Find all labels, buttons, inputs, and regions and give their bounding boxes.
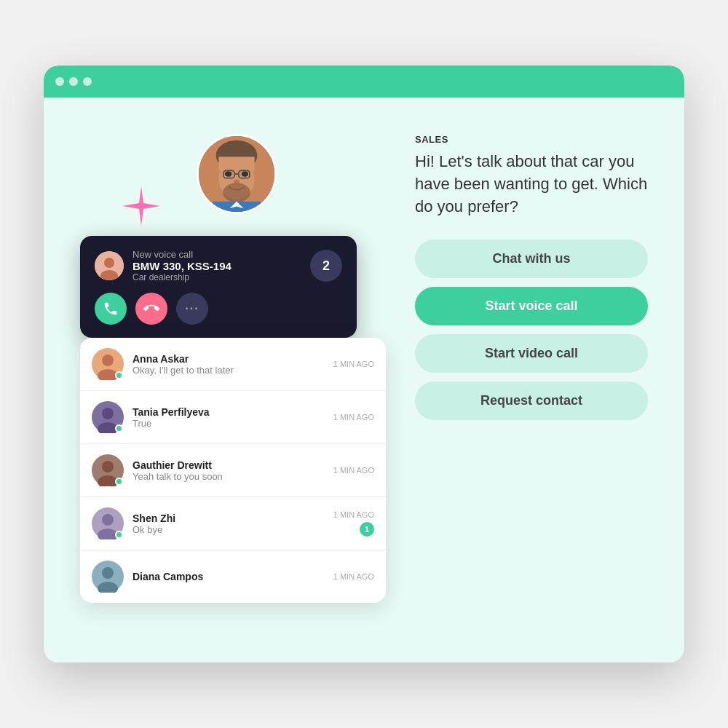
call-contact-avatar xyxy=(95,251,124,280)
traffic-light-fullscreen[interactable] xyxy=(83,77,92,86)
chat-preview: Ok bye xyxy=(132,524,325,535)
online-indicator xyxy=(115,424,123,432)
chat-body: Diana Campos xyxy=(132,571,325,582)
chat-meta: 1 MIN AGO 1 xyxy=(333,510,374,537)
chat-contact-name: Shen Zhi xyxy=(132,513,325,524)
chat-list-item[interactable]: Shen Zhi Ok bye 1 MIN AGO 1 xyxy=(80,497,386,550)
star-decoration xyxy=(120,185,162,230)
chat-body: Shen Zhi Ok bye xyxy=(132,513,325,535)
decline-call-button[interactable] xyxy=(135,293,167,325)
svg-point-17 xyxy=(102,355,114,366)
chat-time: 1 MIN AGO xyxy=(333,360,374,368)
call-title: New voice call xyxy=(132,249,301,260)
svg-point-14 xyxy=(104,258,114,268)
online-indicator xyxy=(115,478,123,486)
call-info: New voice call BMW 330, KSS-194 Car deal… xyxy=(132,249,301,282)
browser-window: New voice call BMW 330, KSS-194 Car deal… xyxy=(44,66,684,662)
chat-list-item[interactable]: Gauthier Drewitt Yeah talk to you soon 1… xyxy=(80,444,386,497)
chat-preview: Yeah talk to you soon xyxy=(132,471,325,482)
chat-body: Anna Askar Okay, I'll get to that later xyxy=(132,353,325,376)
right-panel: SALES Hi! Let's talk about that car you … xyxy=(415,127,648,633)
chat-meta: 1 MIN AGO xyxy=(333,466,374,475)
svg-point-10 xyxy=(223,183,250,202)
chat-list-item[interactable]: Tania Perfilyeva True 1 MIN AGO xyxy=(80,391,386,444)
svg-point-20 xyxy=(102,408,114,419)
chat-list: Anna Askar Okay, I'll get to that later … xyxy=(80,338,386,603)
chat-avatar xyxy=(92,561,124,593)
action-button-contact[interactable]: Request contact xyxy=(415,381,648,420)
action-button-video[interactable]: Start video call xyxy=(415,334,648,373)
left-panel: New voice call BMW 330, KSS-194 Car deal… xyxy=(80,127,386,633)
chat-time: 1 MIN AGO xyxy=(333,466,374,475)
action-buttons: Chat with usStart voice callStart video … xyxy=(415,240,648,429)
sales-message: Hi! Let's talk about that car you have b… xyxy=(415,151,648,218)
sales-label: SALES xyxy=(415,134,648,145)
chat-time: 1 MIN AGO xyxy=(333,572,374,581)
more-call-options-button[interactable]: ··· xyxy=(176,293,208,325)
action-button-voice[interactable]: Start voice call xyxy=(415,287,648,325)
chat-body: Tania Perfilyeva True xyxy=(132,406,325,429)
svg-point-5 xyxy=(242,171,248,177)
chat-meta: 1 MIN AGO xyxy=(333,360,374,368)
chat-avatar-wrap xyxy=(92,401,124,433)
traffic-lights xyxy=(55,77,92,86)
call-name: BMW 330, KSS-194 xyxy=(132,260,301,272)
accept-call-button[interactable] xyxy=(95,293,127,325)
chat-list-item[interactable]: Anna Askar Okay, I'll get to that later … xyxy=(80,338,386,391)
chat-meta: 1 MIN AGO xyxy=(333,413,374,422)
chat-meta: 1 MIN AGO xyxy=(333,572,374,581)
svg-point-29 xyxy=(102,567,114,579)
browser-content: New voice call BMW 330, KSS-194 Car deal… xyxy=(44,98,684,662)
chat-preview: True xyxy=(132,418,325,429)
action-button-chat[interactable]: Chat with us xyxy=(415,240,648,278)
chat-preview: Okay, I'll get to that later xyxy=(132,365,325,376)
chat-avatar-wrap xyxy=(92,507,124,539)
chat-avatar-wrap xyxy=(92,348,124,380)
svg-point-4 xyxy=(225,171,232,177)
chat-contact-name: Tania Perfilyeva xyxy=(132,406,325,418)
chat-contact-name: Anna Askar xyxy=(132,353,325,365)
chat-avatar-wrap xyxy=(92,454,124,486)
svg-point-23 xyxy=(102,461,114,472)
call-card: New voice call BMW 330, KSS-194 Car deal… xyxy=(80,236,357,338)
svg-point-26 xyxy=(102,514,114,526)
call-header: New voice call BMW 330, KSS-194 Car deal… xyxy=(95,249,342,282)
chat-avatar-wrap xyxy=(92,561,124,593)
call-queue-badge: 2 xyxy=(310,250,342,282)
chat-time: 1 MIN AGO xyxy=(333,413,374,422)
online-indicator xyxy=(115,531,123,539)
chat-contact-name: Gauthier Drewitt xyxy=(132,459,325,471)
traffic-light-close[interactable] xyxy=(55,77,64,86)
browser-titlebar xyxy=(44,66,684,98)
call-sub: Car dealership xyxy=(132,272,301,282)
unread-badge: 1 xyxy=(360,522,374,537)
chat-body: Gauthier Drewitt Yeah talk to you soon xyxy=(132,459,325,482)
agent-avatar xyxy=(197,134,277,214)
svg-rect-3 xyxy=(218,157,254,170)
call-actions: ··· xyxy=(95,293,342,325)
chat-list-item[interactable]: Diana Campos 1 MIN AGO xyxy=(80,550,386,603)
traffic-light-minimize[interactable] xyxy=(69,77,78,86)
chat-time: 1 MIN AGO xyxy=(333,510,374,519)
chat-contact-name: Diana Campos xyxy=(132,571,325,582)
online-indicator xyxy=(115,371,123,379)
